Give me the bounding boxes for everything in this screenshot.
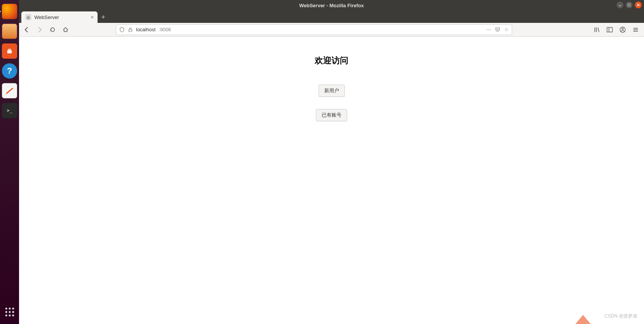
window-maximize-button[interactable] bbox=[626, 2, 633, 8]
nav-reload-button[interactable] bbox=[48, 25, 57, 34]
watermark-text: CSDN @渡梦酒 bbox=[604, 313, 637, 319]
nav-home-button[interactable] bbox=[61, 25, 70, 34]
desktop: ? >_ WebServer - Mozilla Firefox ◎ Web bbox=[0, 0, 644, 324]
url-bar[interactable]: localhost:9006 ⋯ ☆ bbox=[116, 24, 512, 35]
tab-favicon-icon: ◎ bbox=[25, 14, 31, 20]
svg-rect-0 bbox=[7, 50, 12, 53]
window-minimize-button[interactable] bbox=[617, 2, 623, 8]
dock-software-icon[interactable] bbox=[2, 43, 17, 59]
window-title: WebServer - Mozilla Firefox bbox=[299, 3, 364, 8]
browser-tabstrip: ◎ WebServer × + bbox=[19, 11, 644, 23]
browser-tab[interactable]: ◎ WebServer × bbox=[21, 11, 98, 23]
nav-back-button[interactable] bbox=[22, 25, 31, 34]
ubuntu-dock: ? >_ bbox=[0, 0, 19, 324]
dock-apps-button[interactable] bbox=[0, 304, 19, 319]
url-host: localhost bbox=[136, 27, 155, 32]
window-titlebar: WebServer - Mozilla Firefox bbox=[19, 0, 644, 11]
window-close-button[interactable] bbox=[635, 2, 642, 8]
dock-terminal-icon[interactable]: >_ bbox=[2, 103, 17, 118]
toolbar-right bbox=[593, 26, 641, 34]
tab-title: WebServer bbox=[34, 14, 59, 20]
pocket-icon[interactable] bbox=[495, 27, 500, 32]
library-icon[interactable] bbox=[593, 26, 601, 34]
page-viewport: 欢迎访问 新用户 已有账号 CSDN @渡梦酒 bbox=[19, 37, 644, 324]
svg-rect-10 bbox=[607, 27, 612, 32]
dock-help-icon[interactable]: ? bbox=[2, 63, 17, 79]
new-tab-button[interactable]: + bbox=[98, 11, 109, 23]
urlbar-actions: ⋯ ☆ bbox=[486, 27, 509, 32]
svg-line-9 bbox=[598, 27, 599, 32]
tab-close-button[interactable]: × bbox=[91, 14, 94, 20]
svg-rect-3 bbox=[628, 4, 630, 6]
window-controls bbox=[617, 2, 642, 8]
svg-rect-1 bbox=[8, 49, 11, 50]
apps-grid-icon bbox=[5, 308, 14, 316]
browser-navbar: localhost:9006 ⋯ ☆ bbox=[19, 23, 644, 37]
url-port: :9006 bbox=[159, 27, 171, 32]
page-heading: 欢迎访问 bbox=[315, 55, 348, 66]
existing-account-button[interactable]: 已有账号 bbox=[316, 109, 347, 121]
dock-files-icon[interactable] bbox=[2, 24, 17, 39]
dock-texteditor-icon[interactable] bbox=[2, 83, 17, 98]
lock-icon bbox=[128, 27, 133, 32]
sidebar-icon[interactable] bbox=[606, 26, 614, 34]
nav-forward-button[interactable] bbox=[35, 25, 44, 34]
hamburger-menu-icon[interactable] bbox=[632, 26, 639, 34]
new-user-button[interactable]: 新用户 bbox=[319, 85, 345, 97]
shield-icon bbox=[119, 27, 125, 32]
bookmark-star-icon[interactable]: ☆ bbox=[504, 27, 509, 32]
page-actions-icon[interactable]: ⋯ bbox=[486, 27, 491, 32]
svg-rect-6 bbox=[129, 29, 132, 32]
svg-point-13 bbox=[622, 28, 623, 29]
decorative-triangle-icon bbox=[575, 315, 591, 324]
dock-firefox-icon[interactable] bbox=[2, 4, 17, 19]
account-icon[interactable] bbox=[619, 26, 626, 34]
